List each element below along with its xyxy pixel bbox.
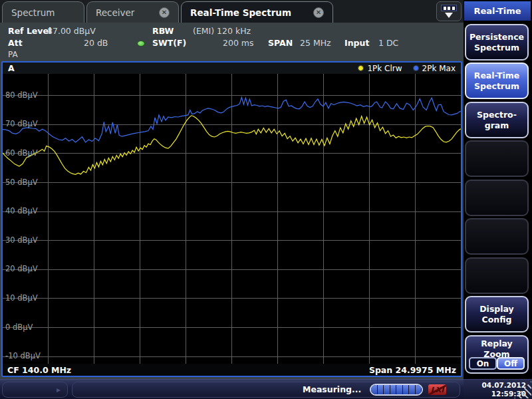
softkey-4[interactable] (465, 180, 529, 216)
replay-zoom-toggle: On Off (469, 357, 525, 370)
status-bar: ▸ Measuring... LXI (0, 379, 464, 399)
window-list-button[interactable] (436, 1, 462, 21)
y-axis-tick-label: -10 dBµV (5, 351, 41, 360)
softkey-label: Real-Time Spectrum (474, 70, 520, 92)
tab-label: Real-Time Spectrum (190, 7, 291, 18)
y-axis-tick-label: 10 dBµV (5, 293, 38, 303)
softkey-8[interactable]: Replay Zoom On Off (465, 335, 529, 374)
tab-label: Receiver (96, 7, 134, 18)
span-label: SPAN (268, 38, 293, 48)
spectrum-analyzer-screen: Spectrum Receiver Real-Time Spectrum Ref… (0, 0, 532, 399)
rbw-value[interactable]: (EMI) 120 kHz (193, 26, 251, 36)
softkey-label: Persistence Spectrum (469, 32, 524, 53)
tab-spectrum[interactable]: Spectrum (2, 1, 84, 23)
settings-bar: Ref Level 87.00 dBµV RBW (EMI) 120 kHz A… (0, 23, 464, 61)
measurement-status-text: Measuring... (303, 384, 361, 394)
softkey-0[interactable]: Persistence Spectrum (465, 24, 529, 61)
ref-level-value[interactable]: 87.00 dBµV (47, 26, 96, 36)
att-label: Att (8, 38, 23, 48)
legend-trace1: 1Pk Clrw (358, 64, 402, 73)
trace1-dot-icon (358, 65, 364, 71)
y-axis-tick-label: 70 dBµV (5, 119, 38, 128)
rbw-label: RBW (152, 26, 174, 36)
close-icon[interactable] (313, 7, 324, 18)
spectrum-plot[interactable]: 80 dBµV70 dBµV60 dBµV50 dBµV40 dBµV30 dB… (3, 74, 461, 364)
softkey-sidebar: Real-Time Persistence Spectrum Real-Time… (464, 0, 532, 399)
chart-header: A 1Pk Clrw 2Pk Max (3, 63, 461, 74)
progress-bar (370, 384, 423, 396)
tab-receiver[interactable]: Receiver (86, 1, 179, 23)
swt-value[interactable]: 200 ms (223, 38, 254, 48)
spectrum-chart-window: A 1Pk Clrw 2Pk Max 80 dBµV70 dBµV60 dBµV… (1, 61, 462, 377)
y-axis-tick-label: 0 dBµV (5, 323, 33, 332)
tab-real-time-spectrum[interactable]: Real-Time Spectrum (181, 1, 333, 23)
softkey-5[interactable] (465, 218, 529, 255)
trace2-dot-icon (413, 65, 419, 71)
softkey-6[interactable] (465, 257, 529, 294)
softkey-label: Spectro- gram (477, 110, 517, 131)
tab-label: Spectrum (11, 7, 55, 18)
y-axis-tick-label: 50 dBµV (5, 178, 38, 187)
trace1-label: 1Pk Clrw (367, 64, 402, 73)
swt-label: SWT(F) (152, 38, 186, 48)
y-axis-tick-label: 40 dBµV (5, 206, 38, 215)
replay-zoom-on-option[interactable]: On (469, 357, 497, 370)
replay-marker-icon: ▸ (57, 385, 61, 394)
datetime-panel: 04.07.2012 12:59:30 (464, 379, 532, 399)
input-value[interactable]: 1 DC (378, 38, 398, 48)
att-value[interactable]: 20 dB (84, 38, 108, 48)
y-axis-tick-label: 30 dBµV (5, 235, 38, 245)
window-label: A (8, 63, 15, 73)
center-frequency-readout[interactable]: CF 140.0 MHz (7, 365, 71, 375)
date-text: 04.07.2012 (464, 381, 526, 390)
legend-trace2: 2Pk Max (413, 64, 456, 73)
replay-zoom-off-option[interactable]: Off (497, 357, 525, 370)
softkey-3[interactable] (465, 140, 529, 177)
main-area: Spectrum Receiver Real-Time Spectrum Ref… (0, 0, 464, 399)
softkey-menu-title: Real-Time (464, 1, 531, 21)
window-list-icon (441, 5, 457, 11)
chevron-down-icon (445, 13, 453, 18)
trace-legend: 1Pk Clrw 2Pk Max (358, 64, 456, 73)
softkey-label: Display Config (479, 304, 514, 325)
span-readout[interactable]: Span 24.9975 MHz (369, 365, 456, 375)
y-axis-tick-label: 80 dBµV (5, 90, 38, 100)
close-icon[interactable] (159, 7, 170, 18)
y-axis-tick-label: 20 dBµV (5, 264, 38, 273)
transducer-indicator: PA (8, 50, 18, 59)
ref-level-label: Ref Level (8, 26, 51, 36)
softkey-1[interactable]: Real-Time Spectrum (465, 63, 529, 99)
y-axis-tick-label: 60 dBµV (5, 148, 38, 158)
tab-bar: Spectrum Receiver Real-Time Spectrum (0, 0, 464, 23)
lxi-status-icon: LXI (428, 384, 446, 395)
input-label: Input (344, 38, 369, 48)
softkey-7[interactable]: Display Config (465, 296, 529, 332)
span-value[interactable]: 25 MHz (300, 38, 331, 48)
softkey-2[interactable]: Spectro- gram (465, 102, 529, 138)
chart-footer: CF 140.0 MHz Span 24.9975 MHz (3, 364, 461, 376)
status-panel-left: ▸ (2, 382, 68, 398)
swt-led-icon (137, 41, 145, 47)
spectrum-plot-svg (3, 74, 461, 364)
trace2-label: 2Pk Max (422, 64, 456, 73)
